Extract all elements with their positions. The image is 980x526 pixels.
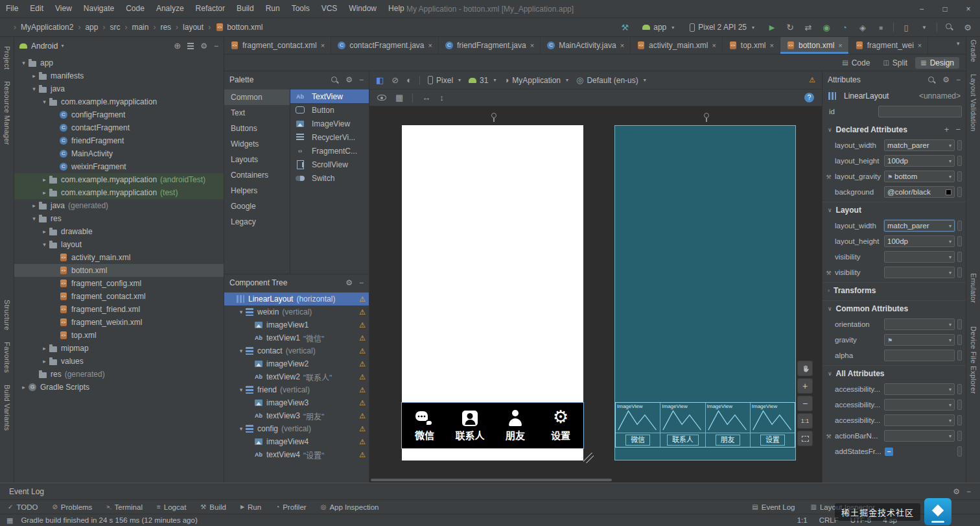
project-tree-item[interactable]: weixinFragment [14, 160, 224, 173]
help-icon[interactable]: ? [804, 93, 814, 102]
component-tree-item[interactable]: config (vertical) ⚠ [224, 422, 369, 435]
tree-chevron-icon[interactable] [237, 425, 245, 432]
close-tab-icon[interactable]: × [321, 42, 325, 49]
attribute-field[interactable] [884, 334, 955, 346]
nav-item[interactable]: 设置 [538, 403, 583, 448]
project-tree-item[interactable]: manifests [14, 69, 224, 82]
component-tree-item[interactable]: textView4 "设置" ⚠ [224, 448, 369, 461]
component-tree-item[interactable]: imageView1 ⚠ [224, 318, 369, 331]
resize-grip[interactable] [583, 453, 594, 463]
vertical-arrows-icon[interactable]: ↕ [439, 93, 444, 102]
menu-item[interactable]: Window [343, 0, 382, 18]
theme-menu[interactable]: ◑MyApplication▾ [504, 75, 568, 85]
menu-item[interactable]: Analyze [150, 0, 190, 18]
device-select[interactable]: Pixel 2 API 25▾ [686, 21, 758, 33]
resource-picker-button[interactable] [957, 350, 962, 361]
project-tree-item[interactable]: com.example.myapplication (androidTest) [14, 173, 224, 186]
palette-category[interactable]: Helpers [224, 183, 290, 198]
gear-icon[interactable]: ⚙ [942, 75, 950, 84]
close-button[interactable]: × [957, 0, 980, 18]
resource-picker-button[interactable] [957, 415, 962, 425]
maximize-button[interactable]: □ [933, 0, 957, 18]
blueprint-textview[interactable]: 微信 [616, 433, 660, 447]
variants-icon[interactable]: ▦ [395, 93, 403, 102]
attribute-field[interactable] [884, 399, 955, 411]
editor-tab[interactable]: top.xml × [723, 37, 780, 54]
editor-tab[interactable]: botton.xml × [780, 37, 849, 54]
palette-item[interactable]: ScrollView [290, 158, 369, 171]
resource-picker-button[interactable] [957, 187, 962, 197]
palette-item[interactable]: FragmentC... [290, 144, 369, 158]
apply-changes-icon[interactable] [784, 21, 796, 33]
editor-tab[interactable]: fragment_wei × [849, 37, 928, 54]
nav-item[interactable]: 联系人 [447, 403, 493, 448]
resource-picker-button[interactable] [957, 400, 962, 410]
profiler-icon[interactable] [839, 21, 850, 33]
project-tree-item[interactable]: friendFragment [14, 134, 224, 147]
gear-icon[interactable]: ⚙ [953, 487, 960, 496]
breadcrumb-item[interactable]: layout [171, 23, 204, 32]
menu-item[interactable]: VCS [316, 0, 344, 18]
toolwindow-button[interactable]: Profiler [275, 503, 306, 511]
toolwindow-button[interactable]: Problems [52, 503, 92, 511]
blueprint-cell[interactable]: ImageView 朋友 [706, 403, 751, 447]
tree-chevron-icon[interactable] [40, 176, 49, 183]
debug-icon[interactable] [821, 21, 832, 33]
palette-item[interactable]: Button [290, 103, 369, 117]
editor-tab[interactable]: fragment_contact.xml × [224, 37, 331, 54]
resource-picker-button[interactable] [957, 236, 962, 246]
zoom-actual-button[interactable]: 1:1 [797, 413, 813, 429]
attribute-field[interactable] [884, 430, 955, 442]
editor-tab[interactable]: contactFragment.java × [331, 37, 439, 54]
component-tree-item[interactable]: contact (vertical) ⚠ [224, 344, 369, 357]
attribute-field[interactable]: bottom [884, 171, 955, 182]
menu-item[interactable]: View [49, 0, 78, 18]
blueprint-cell[interactable]: ImageView 微信 [616, 403, 660, 447]
breadcrumb-item[interactable]: src [98, 23, 120, 32]
toolwindow-switcher-icon[interactable]: ▦ [6, 516, 13, 525]
attribute-field[interactable] [884, 267, 955, 278]
run-icon[interactable] [766, 21, 778, 33]
palette-item[interactable]: RecyclerVi... [290, 130, 369, 144]
menu-item[interactable]: Tools [286, 0, 316, 18]
orientation-icon[interactable]: ◐ [406, 75, 412, 85]
breadcrumb-item[interactable]: botton.xml [204, 23, 262, 32]
toolwindow-button[interactable]: Build [200, 503, 226, 511]
tree-chevron-icon[interactable] [30, 215, 38, 222]
project-tree-item[interactable]: fragment_contact.xml [14, 290, 224, 303]
hide-panel-icon[interactable]: − [359, 278, 364, 287]
resource-picker-button[interactable] [957, 431, 962, 441]
coverage-icon[interactable] [857, 21, 869, 33]
horizontal-arrows-icon[interactable]: ↔ [422, 93, 430, 102]
tree-chevron-icon[interactable] [40, 241, 49, 248]
project-tree-item[interactable]: values [14, 355, 224, 368]
resource-picker-button[interactable] [957, 140, 962, 150]
section-layout[interactable]: ∨Layout [822, 202, 966, 218]
hide-panel-icon[interactable]: − [359, 75, 364, 84]
locate-file-icon[interactable]: ⊕ [174, 41, 181, 51]
hide-panel-icon[interactable]: − [214, 42, 218, 51]
project-tree-item[interactable]: fragment_friend.xml [14, 303, 224, 316]
palette-category[interactable]: Buttons [224, 121, 290, 136]
mode-code-button[interactable]: ▤Code [837, 57, 875, 69]
project-tree-item[interactable]: java [14, 82, 224, 95]
project-tree-item[interactable]: fragment_config.xml [14, 277, 224, 290]
close-tab-icon[interactable]: × [428, 42, 432, 49]
editor-tab[interactable]: activity_main.xml × [631, 37, 723, 54]
toolwindow-stripe-button[interactable]: Device File Explorer [970, 326, 977, 394]
section-transforms[interactable]: ›Transforms [822, 282, 966, 298]
menu-item[interactable]: Run [260, 0, 286, 18]
menu-item[interactable]: File [0, 0, 24, 18]
blueprint-imageview[interactable]: ImageView [751, 403, 795, 433]
palette-category[interactable]: Legacy [224, 214, 290, 230]
device-manager-icon[interactable] [900, 21, 912, 33]
status-widget[interactable]: 1:1 [797, 516, 808, 524]
toolwindow-stripe-button[interactable]: Emulator [970, 273, 977, 303]
tree-chevron-icon[interactable] [237, 387, 245, 393]
project-tree-item[interactable]: top.xml [14, 329, 224, 342]
component-tree-item[interactable]: imageView3 ⚠ [224, 396, 369, 409]
search-icon[interactable] [331, 76, 339, 84]
resource-picker-button[interactable] [957, 171, 962, 182]
toolwindow-button[interactable]: Run [240, 503, 261, 511]
hide-panel-icon[interactable]: − [956, 75, 961, 84]
